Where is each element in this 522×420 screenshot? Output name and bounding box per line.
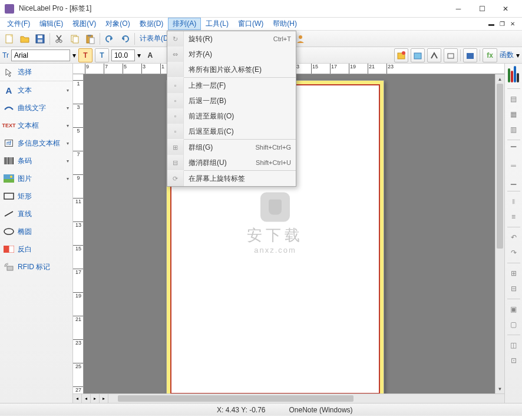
scroll-thumb: [497, 84, 503, 249]
rotate-right-button[interactable]: ↷: [507, 246, 520, 259]
menu-item[interactable]: ↻旋转(R)Ctrl+T: [167, 31, 296, 47]
new-button[interactable]: [2, 32, 16, 46]
menu-view[interactable]: 视图(V): [68, 18, 101, 30]
menu-data[interactable]: 数据(D): [135, 18, 169, 30]
function-button[interactable]: fx: [483, 48, 497, 62]
tool-extra-2[interactable]: ⊡: [507, 354, 520, 367]
menu-item[interactable]: ⊟撤消群组(U)Shift+Ctrl+U: [167, 155, 296, 170]
tool-line[interactable]: 直线: [0, 205, 72, 223]
send-back-button[interactable]: ▢: [507, 318, 520, 331]
menu-window[interactable]: 窗口(W): [233, 18, 268, 30]
redo-button[interactable]: [118, 32, 132, 46]
tool-rtf[interactable]: rtf多信息文本框▾: [0, 134, 72, 152]
menu-tools[interactable]: 工具(L): [201, 18, 233, 30]
tool-ellipse[interactable]: 椭圆: [0, 223, 72, 240]
font-size-up-button[interactable]: A: [143, 48, 157, 62]
title-bar: NiceLabel Pro - [标签1] ─ ☐ ✕: [0, 0, 522, 18]
tool-btn-2[interactable]: [411, 48, 425, 62]
scroll-down-icon: ▼: [495, 384, 504, 393]
save-button[interactable]: [33, 32, 47, 46]
bring-front-button[interactable]: ▣: [507, 303, 520, 316]
align-left-button[interactable]: ▤: [507, 92, 520, 105]
svg-rect-22: [448, 54, 454, 58]
align-middle-button[interactable]: ═: [507, 159, 520, 172]
vertical-scrollbar[interactable]: ▲ ▼: [495, 74, 504, 393]
tool-rfid[interactable]: RFID 标记: [0, 258, 72, 276]
vertical-ruler: 13579111315171921232527: [73, 74, 84, 393]
font-size-input[interactable]: [111, 49, 135, 61]
rotate-left-button[interactable]: ↶: [507, 231, 520, 244]
svg-rect-38: [9, 246, 14, 253]
window-title: NiceLabel Pro - [标签1]: [19, 4, 447, 14]
menu-item[interactable]: ▫前进至最前(O): [167, 108, 296, 124]
group-button[interactable]: ⊞: [507, 267, 520, 280]
align-toolbar: ▤ ▦ ▥ ▔ ═ ▁ ⫴ ≡ ↶ ↷ ⊞ ⊟ ▣ ▢ ◫ ⊡: [504, 64, 522, 403]
screen-font-button[interactable]: T: [78, 48, 92, 62]
cut-button[interactable]: [52, 32, 67, 46]
tool-rect[interactable]: 矩形: [0, 187, 72, 205]
align-center-h-button[interactable]: ▦: [507, 108, 520, 121]
tool-extra-1[interactable]: ◫: [507, 339, 520, 352]
svg-rect-2: [38, 35, 42, 38]
align-bottom-button[interactable]: ▁: [507, 174, 520, 187]
close-button[interactable]: ✕: [494, 1, 517, 17]
function-label: 函数: [500, 50, 514, 60]
svg-point-5: [60, 39, 62, 42]
font-type-icon: Tr: [2, 51, 9, 59]
svg-point-4: [56, 39, 58, 42]
svg-rect-27: [8, 157, 9, 164]
app-logo-icon: [5, 4, 14, 14]
tool-curve-text[interactable]: 曲线文字▾: [0, 99, 72, 117]
svg-point-33: [10, 176, 12, 178]
align-top-button[interactable]: ▔: [507, 144, 520, 157]
distribute-v-button[interactable]: ≡: [507, 210, 520, 223]
tool-invert[interactable]: 反白: [0, 240, 72, 258]
undo-button[interactable]: [103, 32, 117, 46]
status-printer: OneNote (Windows): [289, 406, 353, 414]
ungroup-button[interactable]: ⊟: [507, 282, 520, 295]
menu-edit[interactable]: 编辑(E): [35, 18, 68, 30]
menu-arrange[interactable]: 排列(A): [168, 18, 201, 30]
menu-help[interactable]: 帮助(H): [268, 18, 302, 30]
paste-button[interactable]: [83, 32, 97, 46]
svg-line-35: [5, 211, 13, 216]
mdi-close-button[interactable]: ✕: [508, 20, 517, 28]
menu-item[interactable]: ⊞群组(G)Shift+Ctrl+G: [167, 140, 296, 155]
tool-image[interactable]: 图片▾: [0, 170, 72, 187]
menu-file[interactable]: 文件(F): [2, 18, 35, 30]
menu-item[interactable]: ⟳在屏幕上旋转标签: [167, 171, 296, 186]
tool-text[interactable]: A文本▾: [0, 81, 72, 99]
mdi-minimize-button[interactable]: ▬: [487, 20, 496, 28]
svg-rect-34: [4, 193, 14, 199]
tool-barcode[interactable]: 条码▾: [0, 152, 72, 170]
menu-item[interactable]: ▫上推一层(F): [167, 78, 296, 93]
menu-bar: 文件(F) 编辑(E) 视图(V) 对象(O) 数据(D) 排列(A) 工具(L…: [0, 18, 522, 31]
maximize-button[interactable]: ☐: [470, 1, 494, 17]
menu-item[interactable]: ▫后退至最后(C): [167, 124, 296, 139]
tool-select[interactable]: 选择: [0, 64, 72, 81]
printer-font-button[interactable]: T: [95, 48, 109, 62]
tool-textbox[interactable]: TEXT文本框▾: [0, 117, 72, 134]
scroll-up-icon: ▲: [495, 74, 504, 84]
minimize-button[interactable]: ─: [447, 1, 470, 17]
tool-btn-1[interactable]: [394, 48, 408, 62]
font-name-input[interactable]: [11, 49, 70, 61]
menu-item[interactable]: ▫后退一层(B): [167, 93, 296, 108]
distribute-h-button[interactable]: ⫴: [507, 195, 520, 208]
color-bars-icon: [508, 66, 519, 82]
menu-item[interactable]: ⇔对齐(A): [167, 47, 296, 62]
menu-item[interactable]: 将所有图片嵌入标签(E): [167, 62, 296, 77]
tool-palette: 选择 A文本▾ 曲线文字▾ TEXT文本框▾ rtf多信息文本框▾ 条码▾ 图片…: [0, 64, 73, 403]
open-button[interactable]: [18, 32, 32, 46]
svg-rect-37: [4, 246, 9, 253]
sheet-tab-nav[interactable]: ◂◂▸▸: [73, 394, 108, 403]
horizontal-scrollbar[interactable]: [108, 394, 504, 403]
svg-rect-21: [414, 53, 421, 59]
tool-btn-3[interactable]: [427, 48, 441, 62]
mdi-restore-button[interactable]: ❐: [497, 20, 507, 28]
copy-button[interactable]: [68, 32, 82, 46]
menu-object[interactable]: 对象(O): [101, 18, 134, 30]
tool-btn-4[interactable]: [444, 48, 458, 62]
tool-btn-5[interactable]: [463, 48, 477, 62]
align-right-button[interactable]: ▥: [507, 123, 520, 136]
